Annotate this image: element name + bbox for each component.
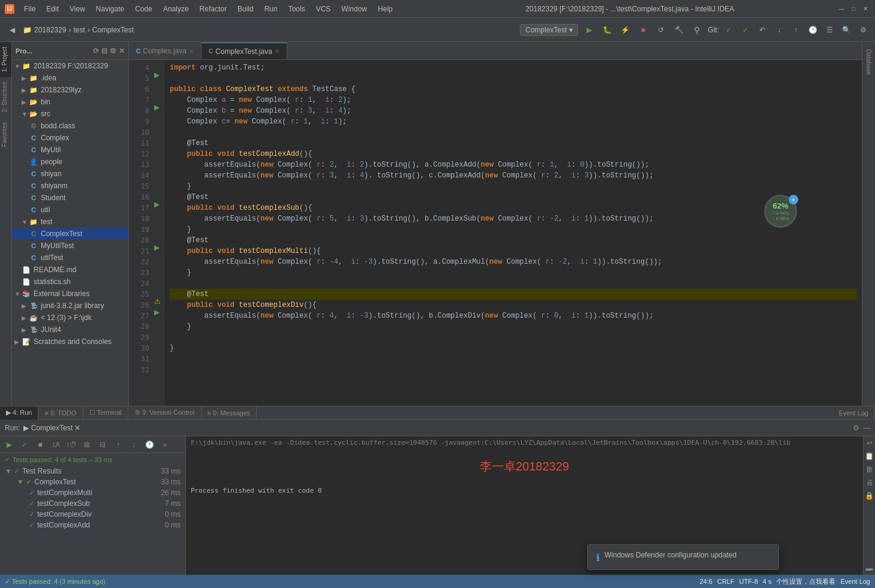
tree-item-scratches[interactable]: ▶ 📝 Scratches and Consoles <box>12 336 128 348</box>
close-sidebar-icon[interactable]: ✕ <box>119 47 125 55</box>
tab-complex-java[interactable]: C Complex.java ✕ <box>129 43 202 59</box>
sort-alpha-button[interactable]: ↕A <box>49 438 62 451</box>
git-undo[interactable]: ↶ <box>755 23 769 37</box>
run-button[interactable]: ▶ <box>582 23 596 37</box>
menu-view[interactable]: View <box>65 4 90 14</box>
tree-item-utiltest[interactable]: C utilTest <box>12 252 128 264</box>
encoding[interactable]: UTF-8 <box>739 578 758 585</box>
tree-item-myutiltest[interactable]: C MyUtilTest <box>12 240 128 252</box>
tab-complextest-java[interactable]: C ComplexTest.java ✕ <box>202 43 287 59</box>
tree-item-src[interactable]: ▼ 📂 src <box>12 108 128 120</box>
breadcrumb-test[interactable]: test <box>73 26 85 34</box>
test-result-sub[interactable]: ✓ testComplexSub 7 ms <box>0 498 185 509</box>
settings-button[interactable]: ⚙ <box>856 23 870 37</box>
debug-button[interactable]: 🐛 <box>600 23 614 37</box>
clock-button[interactable]: 🕐 <box>143 438 156 451</box>
menu-code[interactable]: Code <box>130 4 157 14</box>
menu-file[interactable]: File <box>19 4 40 14</box>
sync-icon[interactable]: ⟳ <box>93 47 99 55</box>
minimize-button[interactable]: — <box>837 4 846 14</box>
close-tab-icon[interactable]: ✕ <box>275 48 279 55</box>
structure-tab[interactable]: 2: Structure <box>0 77 11 117</box>
back-button[interactable]: ◀ <box>5 23 19 37</box>
tree-item-idea[interactable]: ▶ 📁 .idea <box>12 72 128 84</box>
run-test-add-icon[interactable]: ▶ <box>154 103 160 111</box>
scrollbar-thumb[interactable]: ▬ <box>865 563 874 574</box>
minimize-panel-icon[interactable]: — <box>863 424 870 432</box>
scroll-down-button[interactable]: ↓ <box>127 438 140 451</box>
tree-item-shiyanm[interactable]: C shiyanm <box>12 180 128 192</box>
close-tab-icon[interactable]: ✕ <box>189 48 194 55</box>
favorites-tab[interactable]: Favorites <box>0 117 11 152</box>
tree-item-stats[interactable]: 📄 statistics.sh <box>12 276 128 288</box>
maximize-button[interactable]: □ <box>849 4 858 14</box>
clear-icon[interactable]: 🗑 <box>865 464 874 475</box>
sort-duration-button[interactable]: ↕⏱ <box>65 438 78 451</box>
version-control-tab[interactable]: ⑨ 9: Version Control <box>128 406 202 420</box>
run-with-coverage-button[interactable]: ⚡ <box>618 23 632 37</box>
rerun-tests-button[interactable]: ▶ <box>2 438 16 451</box>
test-result-add[interactable]: ✓ testComplexAdd 0 ms <box>0 520 185 530</box>
scroll-lock-icon[interactable]: 🔒 <box>864 490 875 501</box>
event-log-btn[interactable]: Event Log <box>840 578 870 585</box>
breadcrumb-complextest[interactable]: ComplexTest <box>92 26 134 34</box>
tree-item-myutil[interactable]: C MyUtil <box>12 144 128 156</box>
terminal-tab[interactable]: ☐ Terminal <box>83 406 128 420</box>
tree-item-complex[interactable]: C Complex <box>12 132 128 144</box>
tree-item-test-folder[interactable]: ▼ 📁 test <box>12 216 128 228</box>
git-history[interactable]: 🕐 <box>805 23 820 37</box>
menu-tools[interactable]: Tools <box>284 4 310 14</box>
run-test-multi-icon[interactable]: ▶ <box>154 243 160 252</box>
test-stop-button[interactable]: ■ <box>34 438 47 451</box>
menu-edit[interactable]: Edit <box>41 4 64 14</box>
tree-item-jdk[interactable]: ▶ ☕ < 12 (3) > F:\jdk <box>12 312 128 324</box>
run-config-selector[interactable]: ComplexTest ▾ <box>520 24 578 36</box>
indent-size[interactable]: 4 s <box>763 578 772 585</box>
menu-navigate[interactable]: Navigate <box>91 4 129 14</box>
settings-icon[interactable]: ⚙ <box>853 424 859 432</box>
line-endings[interactable]: CRLF <box>717 578 735 585</box>
tree-item-ext-libs[interactable]: ▼ 📚 External Libraries <box>12 288 128 300</box>
print-icon[interactable]: 🖨 <box>865 477 874 488</box>
run-test-sub-icon[interactable]: ▶ <box>154 200 160 209</box>
menu-refactor[interactable]: Refactor <box>195 4 231 14</box>
messages-tab[interactable]: ≡ 0: Messages <box>202 406 257 420</box>
project-tab[interactable]: 1: Project <box>0 42 11 77</box>
event-log-tab[interactable]: Event Log <box>832 406 875 420</box>
tree-item-complextest[interactable]: C ComplexTest <box>12 228 128 240</box>
tree-item-bin[interactable]: ▶ 📂 bin <box>12 96 128 108</box>
tree-item-readme[interactable]: 📄 README.md <box>12 264 128 276</box>
test-status[interactable]: ✓ Tests passed: 4 (3 minutes ago) <box>5 578 106 586</box>
cursor-position[interactable]: 24:6 <box>699 578 712 585</box>
scroll-up-button[interactable]: ↑ <box>112 438 125 451</box>
rerun-button[interactable]: ↺ <box>654 23 668 37</box>
run-test-div-icon[interactable]: ▶ <box>154 308 160 316</box>
more-options-button[interactable]: » <box>158 438 172 451</box>
tree-item-junit4[interactable]: ▶ 🗜 JUnit4 <box>12 324 128 336</box>
run-tab-label[interactable]: ▶ ComplexTest ✕ <box>23 424 80 432</box>
git-push[interactable]: ↓ <box>772 23 786 37</box>
todo-tab[interactable]: ≡ 6: TODO <box>38 406 83 420</box>
tree-item-bodd[interactable]: © bodd.class <box>12 120 128 132</box>
menu-run[interactable]: Run <box>260 4 282 14</box>
tree-item-junit[interactable]: ▶ 🗜 junit-3.8.2.jar library <box>12 300 128 312</box>
tree-item-lyz[interactable]: ▶ 📁 20182329lyz <box>12 84 128 96</box>
tree-item-util[interactable]: C util <box>12 204 128 216</box>
search-button[interactable]: 🔍 <box>839 23 853 37</box>
tree-item-shiyan[interactable]: C shiyan <box>12 168 128 180</box>
breadcrumb-20182329[interactable]: 20182329 <box>34 26 66 34</box>
search-everywhere-button[interactable]: ⚲ <box>690 23 704 37</box>
database-tab[interactable]: Database <box>864 44 873 80</box>
git-checkmark2[interactable]: ✓ <box>738 23 753 37</box>
menu-window[interactable]: Window <box>336 4 372 14</box>
close-button[interactable]: ✕ <box>861 4 870 14</box>
collapse-icon[interactable]: ⊟ <box>101 47 107 55</box>
wrap-icon[interactable]: ↩ <box>865 438 874 448</box>
test-result-multi[interactable]: ✓ testComplexMulti 26 ms <box>0 487 185 498</box>
tree-item-people[interactable]: 👤 people <box>12 156 128 168</box>
run-class-icon[interactable]: ▶ <box>154 71 160 79</box>
git-checkmark1[interactable]: ✓ <box>721 23 736 37</box>
run-tab[interactable]: ▶ 4: Run <box>0 406 38 420</box>
copy-icon[interactable]: 📋 <box>864 451 875 462</box>
tree-item-student[interactable]: C Student <box>12 192 128 204</box>
